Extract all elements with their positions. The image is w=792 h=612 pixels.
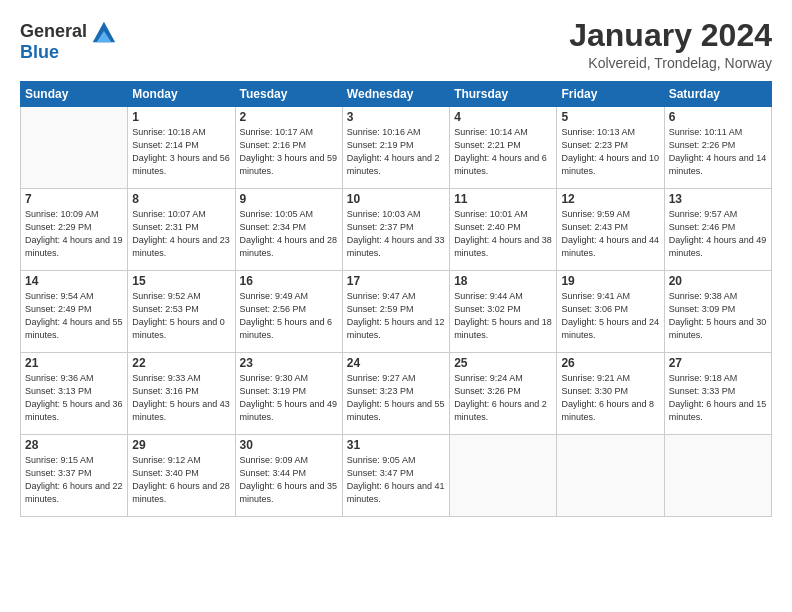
calendar-cell: 23Sunrise: 9:30 AMSunset: 3:19 PMDayligh…	[235, 353, 342, 435]
day-info: Sunrise: 10:18 AMSunset: 2:14 PMDaylight…	[132, 126, 230, 178]
title-area: January 2024 Kolvereid, Trondelag, Norwa…	[569, 18, 772, 71]
calendar-cell: 4Sunrise: 10:14 AMSunset: 2:21 PMDayligh…	[450, 107, 557, 189]
day-info: Sunrise: 9:59 AMSunset: 2:43 PMDaylight:…	[561, 208, 659, 260]
day-info: Sunrise: 9:27 AMSunset: 3:23 PMDaylight:…	[347, 372, 445, 424]
calendar-cell: 2Sunrise: 10:17 AMSunset: 2:16 PMDayligh…	[235, 107, 342, 189]
calendar-cell	[557, 435, 664, 517]
day-info: Sunrise: 10:13 AMSunset: 2:23 PMDaylight…	[561, 126, 659, 178]
calendar-cell: 1Sunrise: 10:18 AMSunset: 2:14 PMDayligh…	[128, 107, 235, 189]
page: General Blue January 2024 Kolvereid, Tro…	[0, 0, 792, 612]
logo: General Blue	[20, 18, 117, 63]
calendar-cell: 7Sunrise: 10:09 AMSunset: 2:29 PMDayligh…	[21, 189, 128, 271]
day-info: Sunrise: 9:33 AMSunset: 3:16 PMDaylight:…	[132, 372, 230, 424]
logo-general-text: General	[20, 21, 87, 43]
calendar-cell: 3Sunrise: 10:16 AMSunset: 2:19 PMDayligh…	[342, 107, 449, 189]
day-number: 7	[25, 192, 123, 206]
day-info: Sunrise: 10:05 AMSunset: 2:34 PMDaylight…	[240, 208, 338, 260]
day-info: Sunrise: 9:15 AMSunset: 3:37 PMDaylight:…	[25, 454, 123, 506]
calendar-cell: 12Sunrise: 9:59 AMSunset: 2:43 PMDayligh…	[557, 189, 664, 271]
day-number: 8	[132, 192, 230, 206]
calendar-cell: 18Sunrise: 9:44 AMSunset: 3:02 PMDayligh…	[450, 271, 557, 353]
day-number: 21	[25, 356, 123, 370]
col-saturday: Saturday	[664, 82, 771, 107]
calendar-cell: 14Sunrise: 9:54 AMSunset: 2:49 PMDayligh…	[21, 271, 128, 353]
day-info: Sunrise: 9:18 AMSunset: 3:33 PMDaylight:…	[669, 372, 767, 424]
col-tuesday: Tuesday	[235, 82, 342, 107]
day-number: 29	[132, 438, 230, 452]
day-number: 9	[240, 192, 338, 206]
col-thursday: Thursday	[450, 82, 557, 107]
day-info: Sunrise: 10:17 AMSunset: 2:16 PMDaylight…	[240, 126, 338, 178]
day-number: 19	[561, 274, 659, 288]
calendar-cell: 28Sunrise: 9:15 AMSunset: 3:37 PMDayligh…	[21, 435, 128, 517]
day-info: Sunrise: 9:41 AMSunset: 3:06 PMDaylight:…	[561, 290, 659, 342]
calendar-cell: 31Sunrise: 9:05 AMSunset: 3:47 PMDayligh…	[342, 435, 449, 517]
calendar-cell: 6Sunrise: 10:11 AMSunset: 2:26 PMDayligh…	[664, 107, 771, 189]
day-info: Sunrise: 9:30 AMSunset: 3:19 PMDaylight:…	[240, 372, 338, 424]
day-number: 1	[132, 110, 230, 124]
day-info: Sunrise: 10:11 AMSunset: 2:26 PMDaylight…	[669, 126, 767, 178]
day-info: Sunrise: 10:09 AMSunset: 2:29 PMDaylight…	[25, 208, 123, 260]
day-info: Sunrise: 9:24 AMSunset: 3:26 PMDaylight:…	[454, 372, 552, 424]
day-info: Sunrise: 10:16 AMSunset: 2:19 PMDaylight…	[347, 126, 445, 178]
calendar-cell: 17Sunrise: 9:47 AMSunset: 2:59 PMDayligh…	[342, 271, 449, 353]
day-number: 10	[347, 192, 445, 206]
calendar-cell	[450, 435, 557, 517]
day-number: 16	[240, 274, 338, 288]
col-friday: Friday	[557, 82, 664, 107]
day-info: Sunrise: 9:47 AMSunset: 2:59 PMDaylight:…	[347, 290, 445, 342]
day-number: 12	[561, 192, 659, 206]
col-monday: Monday	[128, 82, 235, 107]
calendar-cell: 13Sunrise: 9:57 AMSunset: 2:46 PMDayligh…	[664, 189, 771, 271]
day-number: 5	[561, 110, 659, 124]
day-number: 26	[561, 356, 659, 370]
calendar-cell: 9Sunrise: 10:05 AMSunset: 2:34 PMDayligh…	[235, 189, 342, 271]
day-number: 24	[347, 356, 445, 370]
calendar-cell: 11Sunrise: 10:01 AMSunset: 2:40 PMDaylig…	[450, 189, 557, 271]
location-text: Kolvereid, Trondelag, Norway	[569, 55, 772, 71]
calendar-cell	[21, 107, 128, 189]
calendar-cell: 22Sunrise: 9:33 AMSunset: 3:16 PMDayligh…	[128, 353, 235, 435]
day-info: Sunrise: 9:05 AMSunset: 3:47 PMDaylight:…	[347, 454, 445, 506]
day-info: Sunrise: 10:03 AMSunset: 2:37 PMDaylight…	[347, 208, 445, 260]
day-number: 31	[347, 438, 445, 452]
calendar-cell: 21Sunrise: 9:36 AMSunset: 3:13 PMDayligh…	[21, 353, 128, 435]
calendar-cell: 8Sunrise: 10:07 AMSunset: 2:31 PMDayligh…	[128, 189, 235, 271]
day-info: Sunrise: 10:07 AMSunset: 2:31 PMDaylight…	[132, 208, 230, 260]
calendar-cell: 30Sunrise: 9:09 AMSunset: 3:44 PMDayligh…	[235, 435, 342, 517]
day-info: Sunrise: 9:21 AMSunset: 3:30 PMDaylight:…	[561, 372, 659, 424]
day-number: 20	[669, 274, 767, 288]
calendar-header-row: Sunday Monday Tuesday Wednesday Thursday…	[21, 82, 772, 107]
day-info: Sunrise: 9:38 AMSunset: 3:09 PMDaylight:…	[669, 290, 767, 342]
calendar-cell: 19Sunrise: 9:41 AMSunset: 3:06 PMDayligh…	[557, 271, 664, 353]
calendar-cell: 26Sunrise: 9:21 AMSunset: 3:30 PMDayligh…	[557, 353, 664, 435]
calendar-week-row: 21Sunrise: 9:36 AMSunset: 3:13 PMDayligh…	[21, 353, 772, 435]
day-info: Sunrise: 10:01 AMSunset: 2:40 PMDaylight…	[454, 208, 552, 260]
col-wednesday: Wednesday	[342, 82, 449, 107]
calendar-week-row: 14Sunrise: 9:54 AMSunset: 2:49 PMDayligh…	[21, 271, 772, 353]
day-number: 6	[669, 110, 767, 124]
calendar-cell: 25Sunrise: 9:24 AMSunset: 3:26 PMDayligh…	[450, 353, 557, 435]
day-number: 3	[347, 110, 445, 124]
day-number: 30	[240, 438, 338, 452]
day-number: 4	[454, 110, 552, 124]
day-info: Sunrise: 9:09 AMSunset: 3:44 PMDaylight:…	[240, 454, 338, 506]
day-info: Sunrise: 9:54 AMSunset: 2:49 PMDaylight:…	[25, 290, 123, 342]
day-info: Sunrise: 9:36 AMSunset: 3:13 PMDaylight:…	[25, 372, 123, 424]
day-number: 18	[454, 274, 552, 288]
day-number: 17	[347, 274, 445, 288]
header: General Blue January 2024 Kolvereid, Tro…	[20, 18, 772, 71]
day-number: 25	[454, 356, 552, 370]
day-info: Sunrise: 9:52 AMSunset: 2:53 PMDaylight:…	[132, 290, 230, 342]
day-info: Sunrise: 9:57 AMSunset: 2:46 PMDaylight:…	[669, 208, 767, 260]
calendar-week-row: 28Sunrise: 9:15 AMSunset: 3:37 PMDayligh…	[21, 435, 772, 517]
calendar-cell: 5Sunrise: 10:13 AMSunset: 2:23 PMDayligh…	[557, 107, 664, 189]
calendar-cell: 20Sunrise: 9:38 AMSunset: 3:09 PMDayligh…	[664, 271, 771, 353]
calendar-week-row: 7Sunrise: 10:09 AMSunset: 2:29 PMDayligh…	[21, 189, 772, 271]
day-number: 14	[25, 274, 123, 288]
day-number: 22	[132, 356, 230, 370]
calendar-cell: 27Sunrise: 9:18 AMSunset: 3:33 PMDayligh…	[664, 353, 771, 435]
col-sunday: Sunday	[21, 82, 128, 107]
calendar-table: Sunday Monday Tuesday Wednesday Thursday…	[20, 81, 772, 517]
calendar-cell: 24Sunrise: 9:27 AMSunset: 3:23 PMDayligh…	[342, 353, 449, 435]
